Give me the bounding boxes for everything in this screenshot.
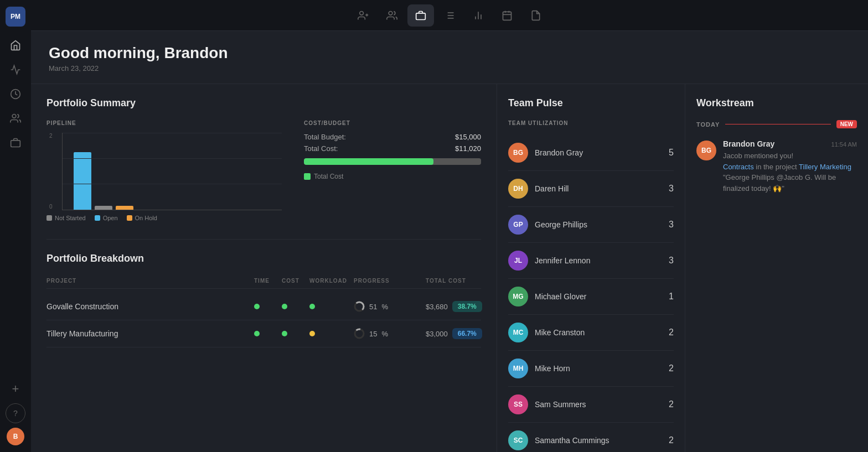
breakdown-table: PROJECT TIME COST WORKLOAD PROGRESS TOTA… <box>46 276 481 347</box>
breakdown-table-header: PROJECT TIME COST WORKLOAD PROGRESS TOTA… <box>46 276 481 289</box>
progress-text-2: 15 <box>369 330 377 338</box>
badge-1: 38.7% <box>452 301 482 312</box>
sidebar-item-people[interactable] <box>6 108 25 128</box>
portfolio-summary-section: Portfolio Summary PIPELINE 2 0 <box>46 97 481 221</box>
pipeline-area: PIPELINE 2 0 <box>46 120 282 221</box>
cost-status-2 <box>282 329 309 339</box>
workstream-title: Workstream <box>696 97 857 109</box>
progress-cell-2: 15 % <box>354 328 426 339</box>
col-project: PROJECT <box>46 278 254 284</box>
app-logo[interactable]: PM <box>6 7 25 27</box>
project-name-1[interactable]: Govalle Construction <box>46 302 254 311</box>
grid-line-mid1 <box>63 158 282 159</box>
member-name-george-phillips: George Phillips <box>535 220 587 229</box>
member-left-sam-summers: SS Sam Summers <box>508 394 586 414</box>
member-name-mike-cranston: Mike Cranston <box>535 328 585 337</box>
progress-percent-2: % <box>381 330 388 338</box>
progress-percent-1: % <box>381 303 388 311</box>
team-member-brandon-gray[interactable]: BG Brandon Gray 5 <box>508 135 674 171</box>
today-line <box>725 124 830 124</box>
team-member-michael-glover[interactable]: MG Michael Glover 1 <box>508 279 674 315</box>
member-name-mike-horn: Mike Horn <box>535 364 570 373</box>
legend-dot-open <box>95 215 100 221</box>
svg-point-23 <box>355 329 364 338</box>
sidebar-help-button[interactable]: ? <box>6 403 25 423</box>
cost-budget-label: COST/BUDGET <box>304 120 481 126</box>
total-budget-row: Total Budget: $15,000 <box>304 133 481 141</box>
topnav-chart[interactable] <box>465 4 492 27</box>
col-time: TIME <box>254 278 282 284</box>
team-member-samantha-cummings[interactable]: SC Samantha Cummings 2 <box>508 423 674 452</box>
summary-inner: PIPELINE 2 0 <box>46 120 481 221</box>
total-cost-row: Total Cost: $11,020 <box>304 144 481 153</box>
topnav-document[interactable] <box>523 4 549 27</box>
time-dot-1 <box>254 304 260 309</box>
sidebar-item-history[interactable] <box>6 84 25 104</box>
team-member-george-phillips[interactable]: GP George Phillips 3 <box>508 207 674 243</box>
member-count-george-phillips: 3 <box>669 220 674 230</box>
topnav-briefcase[interactable] <box>407 4 434 27</box>
chart-y-labels: 2 0 <box>49 133 53 210</box>
topnav-calendar[interactable] <box>494 4 520 27</box>
sidebar-item-briefcase[interactable] <box>6 133 25 153</box>
workload-dot-1 <box>309 304 315 309</box>
team-member-mike-horn[interactable]: MH Mike Horn 2 <box>508 351 674 387</box>
total-budget-value: $15,000 <box>455 133 481 141</box>
legend-notstarted: Not Started <box>46 215 86 221</box>
topnav-people-add[interactable] <box>350 4 376 27</box>
sidebar: PM + ? B <box>0 0 31 452</box>
today-label: TODAY <box>696 121 720 128</box>
member-count-michael-glover: 1 <box>669 292 674 302</box>
ws-quote-text: "George Phillips @Jacob G. Will be final… <box>723 173 836 193</box>
team-utilization-label: TEAM UTILIZATION <box>508 120 674 126</box>
svg-rect-17 <box>503 12 512 20</box>
member-count-daren-hill: 3 <box>669 184 674 194</box>
member-left-daren-hill: DH Daren Hill <box>508 179 569 199</box>
cost-status-1 <box>282 302 309 311</box>
member-count-mike-horn: 2 <box>669 363 674 373</box>
team-pulse-title: Team Pulse <box>508 97 674 109</box>
svg-point-3 <box>360 11 364 15</box>
breakdown-row-2: Tillery Manufacturing 15 % <box>46 320 481 347</box>
bar-open <box>74 152 91 210</box>
sidebar-item-home[interactable] <box>6 35 25 55</box>
user-avatar[interactable]: B <box>7 428 24 445</box>
progress-donut-1 <box>354 301 365 312</box>
cost-dot-2 <box>282 331 287 336</box>
member-count-sam-summers: 2 <box>669 399 674 409</box>
ws-mention-text: Jacob mentioned you! <box>723 152 793 160</box>
pipeline-chart: 2 0 <box>62 133 282 210</box>
team-member-jennifer-lennon[interactable]: JL Jennifer Lennon 3 <box>508 243 674 279</box>
topnav-list[interactable] <box>436 4 463 27</box>
sidebar-add-button[interactable]: + <box>6 379 25 399</box>
topnav-people-group[interactable] <box>379 4 405 27</box>
svg-point-1 <box>12 115 16 118</box>
col-totalcost: TOTAL COST <box>426 278 481 284</box>
y-label-0: 0 <box>49 204 53 210</box>
project-name-2[interactable]: Tillery Manufacturing <box>46 329 254 338</box>
team-member-mike-cranston[interactable]: MC Mike Cranston 2 <box>508 315 674 351</box>
ws-link-tillery[interactable]: Tillery Marketing <box>799 163 851 171</box>
team-member-daren-hill[interactable]: DH Daren Hill 3 <box>508 171 674 207</box>
member-count-mike-cranston: 2 <box>669 328 674 337</box>
avatar-sam-summers: SS <box>508 394 528 414</box>
sidebar-item-activity[interactable] <box>6 60 25 80</box>
member-name-michael-glover: Michael Glover <box>535 292 586 301</box>
ws-avatar-brandon-gray: BG <box>696 141 716 160</box>
cost-legend: Total Cost <box>304 173 481 180</box>
portfolio-column: Portfolio Summary PIPELINE 2 0 <box>31 84 497 452</box>
avatar-mike-horn: MH <box>508 359 528 378</box>
portfolio-summary-title: Portfolio Summary <box>46 97 481 109</box>
avatar-samantha-cummings: SC <box>508 430 528 450</box>
avatar-michael-glover: MG <box>508 287 528 306</box>
member-name-samantha-cummings: Samantha Cummings <box>535 436 609 445</box>
ws-link-contracts[interactable]: Contracts <box>723 163 754 171</box>
workstream-item-1: BG Brandon Gray 11:54 AM Jacob mentioned… <box>696 139 857 194</box>
member-left-michael-glover: MG Michael Glover <box>508 287 586 306</box>
team-member-sam-summers[interactable]: SS Sam Summers 2 <box>508 387 674 423</box>
avatar-brandon-gray: BG <box>508 143 528 163</box>
cost-legend-label: Total Cost <box>314 173 343 180</box>
member-left-brandon-gray: BG Brandon Gray <box>508 143 583 163</box>
cost-progress-bar-wrap <box>304 158 481 165</box>
portfolio-breakdown-section: Portfolio Breakdown PROJECT TIME COST WO… <box>46 253 481 347</box>
